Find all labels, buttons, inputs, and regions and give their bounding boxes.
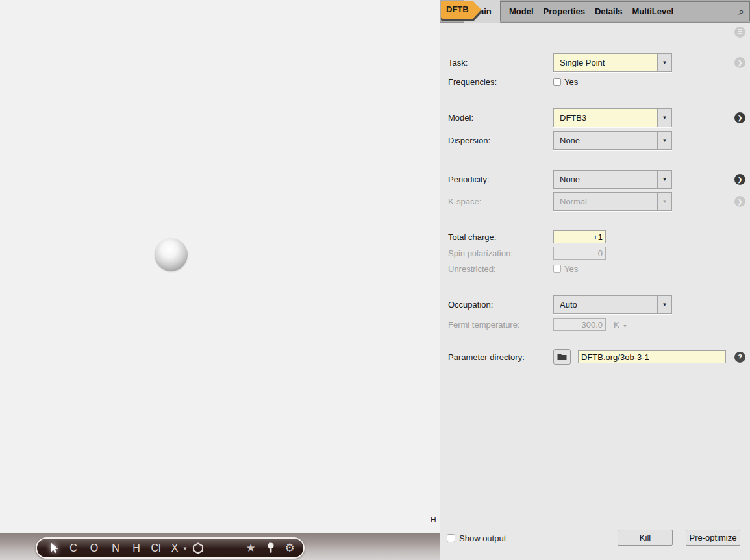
parameter-directory-row: Parameter directory: ? xyxy=(440,349,750,365)
total-charge-row: Total charge: xyxy=(440,230,750,243)
fermi-temperature-unit: K xyxy=(614,320,619,330)
parameter-directory-input[interactable] xyxy=(578,350,726,363)
tab-model[interactable]: Model xyxy=(509,6,534,16)
parameter-directory-label: Parameter directory: xyxy=(448,352,525,362)
task-label: Task: xyxy=(448,58,468,67)
spin-polarization-input xyxy=(553,247,606,260)
dispersion-dropdown[interactable]: None ▼ xyxy=(553,131,672,150)
element-toolbar: C O N H Cl X ▼ ★ ⚙ xyxy=(36,537,305,559)
folder-icon xyxy=(557,354,567,361)
tab-details[interactable]: Details xyxy=(595,6,623,16)
total-charge-label: Total charge: xyxy=(448,232,496,242)
element-x-dropdown-caret-icon[interactable]: ▼ xyxy=(182,546,188,552)
element-button-C[interactable]: C xyxy=(69,539,77,557)
fermi-temperature-input xyxy=(553,318,606,331)
task-detail-chevron-icon: ❯ xyxy=(734,57,745,68)
viewer-toolbar-strip: C O N H Cl X ▼ ★ ⚙ xyxy=(0,533,440,560)
gear-icon[interactable]: ⚙ xyxy=(284,539,294,557)
occupation-value: Auto xyxy=(554,300,657,310)
dropdown-arrow-icon[interactable]: ▼ xyxy=(657,109,671,127)
occupation-dropdown[interactable]: Auto ▼ xyxy=(553,295,672,314)
molecule-viewer[interactable]: H xyxy=(0,0,440,533)
element-button-X[interactable]: X xyxy=(171,539,179,557)
dispersion-value: None xyxy=(554,136,657,145)
dispersion-label: Dispersion: xyxy=(448,136,490,145)
unrestricted-checkbox xyxy=(553,265,561,273)
task-row: Task: Single Point ▼ ❯ xyxy=(440,53,750,72)
star-tool-icon[interactable]: ★ xyxy=(245,539,255,557)
folder-browse-button[interactable] xyxy=(553,349,571,365)
element-button-N[interactable]: N xyxy=(112,539,119,557)
model-dropdown[interactable]: DFTB3 ▼ xyxy=(553,108,672,127)
fermi-temperature-row: Fermi temperature: K ▼ xyxy=(440,318,750,331)
app-window: H C O N H Cl X ▼ ★ xyxy=(0,0,750,560)
model-row: Model: DFTB3 ▼ ❯ xyxy=(440,108,750,127)
kspace-label: K-space: xyxy=(448,197,481,206)
kspace-detail-chevron-icon: ❯ xyxy=(734,196,745,207)
help-icon[interactable]: ? xyxy=(734,352,745,363)
unit-dropdown-caret-icon: ▼ xyxy=(623,324,627,328)
periodicity-value: None xyxy=(554,175,657,184)
periodicity-detail-chevron-icon[interactable]: ❯ xyxy=(734,174,745,185)
tab-group: Model Properties Details MultiLevel ⌕ xyxy=(500,1,750,21)
task-dropdown[interactable]: Single Point ▼ xyxy=(553,53,672,72)
kspace-row: K-space: Normal ▼ ❯ xyxy=(440,192,750,211)
dropdown-arrow-icon[interactable]: ▼ xyxy=(657,171,671,188)
kspace-value: Normal xyxy=(554,197,657,206)
show-output-label[interactable]: Show output xyxy=(459,533,506,543)
dropdown-arrow-icon: ▼ xyxy=(657,193,671,210)
tab-properties[interactable]: Properties xyxy=(544,6,585,16)
model-label: Model: xyxy=(448,113,473,123)
fermi-temperature-label: Fermi temperature: xyxy=(448,320,520,330)
total-charge-input[interactable] xyxy=(553,230,606,243)
model-value: DFTB3 xyxy=(554,113,657,123)
dropdown-arrow-icon[interactable]: ▼ xyxy=(657,296,671,313)
element-button-Cl[interactable]: Cl xyxy=(151,539,160,557)
unrestricted-checkbox-label: Yes xyxy=(564,264,578,274)
unrestricted-label: Unrestricted: xyxy=(448,264,496,274)
frequencies-checkbox[interactable] xyxy=(553,78,561,86)
tab-multilevel[interactable]: MultiLevel xyxy=(632,6,674,16)
element-button-H[interactable]: H xyxy=(132,539,140,557)
show-output-checkbox[interactable] xyxy=(447,534,455,542)
unrestricted-row: Unrestricted: Yes xyxy=(440,263,750,274)
pin-tool-icon[interactable] xyxy=(267,539,275,557)
panel-menu-icon: ☰ xyxy=(734,27,745,38)
search-icon[interactable]: ⌕ xyxy=(739,6,744,18)
periodicity-label: Periodicity: xyxy=(448,175,490,184)
spin-polarization-label: Spin polarization: xyxy=(448,249,513,258)
atom-element-label: H xyxy=(431,515,436,524)
element-button-O[interactable]: O xyxy=(90,539,98,557)
occupation-row: Occupation: Auto ▼ xyxy=(440,295,750,314)
spin-polarization-row: Spin polarization: xyxy=(440,247,750,260)
dropdown-arrow-icon[interactable]: ▼ xyxy=(657,54,671,71)
periodicity-row: Periodicity: None ▼ ❯ xyxy=(440,170,750,189)
hydrogen-atom-sphere[interactable] xyxy=(155,238,188,271)
tab-bar: Main DFTB Model Properties Details Multi… xyxy=(440,0,750,23)
frequencies-row: Frequencies: Yes xyxy=(440,77,750,87)
frequencies-checkbox-label[interactable]: Yes xyxy=(564,77,578,87)
ring-tool-icon[interactable] xyxy=(193,539,204,557)
frequencies-label: Frequencies: xyxy=(448,77,497,87)
periodicity-dropdown[interactable]: None ▼ xyxy=(553,170,672,189)
kspace-dropdown: Normal ▼ xyxy=(553,192,672,211)
dropdown-arrow-icon[interactable]: ▼ xyxy=(657,132,671,149)
model-detail-chevron-icon[interactable]: ❯ xyxy=(734,112,745,123)
method-tag-dftb[interactable]: DFTB xyxy=(441,1,481,19)
dispersion-row: Dispersion: None ▼ xyxy=(440,131,750,150)
preoptimize-button[interactable]: Pre-optimize xyxy=(686,530,740,546)
kill-button[interactable]: Kill xyxy=(618,530,673,546)
occupation-label: Occupation: xyxy=(448,300,493,310)
settings-panel: Main DFTB Model Properties Details Multi… xyxy=(440,0,750,560)
select-cursor-icon[interactable] xyxy=(50,539,59,557)
task-value: Single Point xyxy=(554,58,657,67)
